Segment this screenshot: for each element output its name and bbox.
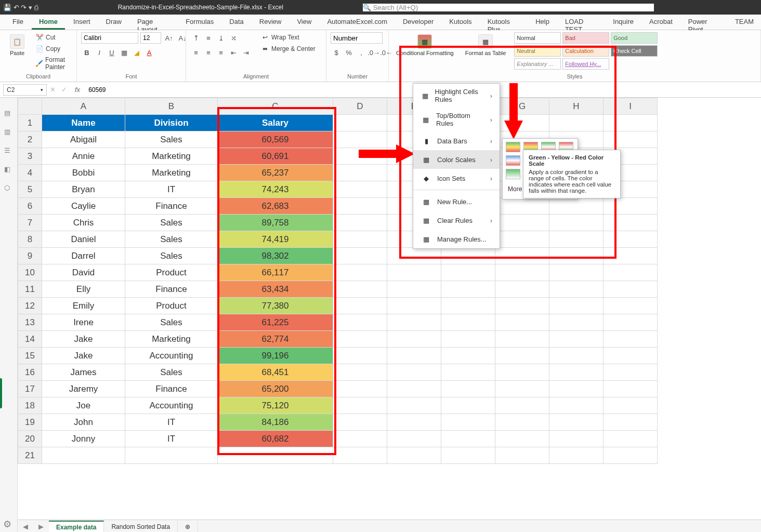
col-header-I[interactable]: I <box>603 98 658 115</box>
col-header-A[interactable]: A <box>42 98 125 115</box>
cell-B12[interactable]: Product <box>125 298 218 314</box>
cell-C19[interactable]: 84,186 <box>218 414 333 431</box>
cell-B20[interactable]: IT <box>125 431 218 447</box>
cell-C17[interactable]: 65,200 <box>218 381 333 397</box>
style-normal[interactable]: Normal <box>514 32 561 44</box>
cell-B4[interactable]: Marketing <box>125 165 218 181</box>
cell-C14[interactable]: 62,774 <box>218 331 333 348</box>
cell-B8[interactable]: Sales <box>125 231 218 248</box>
wrap-text-button[interactable]: ↩Wrap Text <box>259 32 318 43</box>
cell-C11[interactable]: 63,434 <box>218 281 333 298</box>
cell-A6[interactable]: Caylie <box>42 198 125 215</box>
cell-C20[interactable]: 60,682 <box>218 431 333 447</box>
cell-C16[interactable]: 68,451 <box>218 364 333 381</box>
align-bottom-icon[interactable]: ⤓ <box>215 32 227 44</box>
row-header-12[interactable]: 12 <box>18 298 42 314</box>
cf-data-bars[interactable]: ▮Data Bars› <box>413 131 500 150</box>
cell-B7[interactable]: Sales <box>125 215 218 231</box>
header-salary[interactable]: Salary <box>218 115 333 131</box>
cut-button[interactable]: ✂️Cut <box>33 32 72 43</box>
qat-more-icon[interactable]: ▾ <box>29 4 32 11</box>
col-header-D[interactable]: D <box>333 98 387 115</box>
comma-icon[interactable]: , <box>356 47 367 58</box>
cell-B18[interactable]: Accounting <box>125 397 218 414</box>
cell-B5[interactable]: IT <box>125 181 218 198</box>
cell-A12[interactable]: Emily <box>42 298 125 314</box>
swatch-gyr[interactable] <box>506 142 520 152</box>
cell-B17[interactable]: Finance <box>125 381 218 397</box>
header-name[interactable]: Name <box>42 115 125 131</box>
tab-pagelayout[interactable]: Page Layout <box>130 15 177 30</box>
cell-B15[interactable]: Accounting <box>125 348 218 364</box>
redo-icon[interactable]: ↷ <box>21 4 27 11</box>
search-box[interactable]: 🔍 Search (Alt+Q) <box>363 4 654 11</box>
sheet-tab-1[interactable]: Example data <box>49 521 104 533</box>
row-header-16[interactable]: 16 <box>18 364 42 381</box>
tab-powerpivot[interactable]: Power Pivot <box>681 15 727 30</box>
sheet-tab-new[interactable]: ⊕ <box>178 521 198 533</box>
italic-icon[interactable]: I <box>94 47 105 58</box>
row-header-5[interactable]: 5 <box>18 181 42 198</box>
cancel-icon[interactable]: ✕ <box>47 84 58 96</box>
style-hyper[interactable]: Followed Hy... <box>562 58 609 70</box>
cell-A3[interactable]: Annie <box>42 148 125 165</box>
font-size-combo[interactable] <box>140 32 161 44</box>
col-header-B[interactable]: B <box>125 98 218 115</box>
touch-icon[interactable]: ⎙ <box>34 4 38 11</box>
cell-A20[interactable]: Jonny <box>42 431 125 447</box>
cf-topbottom-rules[interactable]: ▦Top/Bottom Rules› <box>413 108 500 131</box>
row-header-14[interactable]: 14 <box>18 331 42 348</box>
tab-inquire[interactable]: Inquire <box>606 15 641 30</box>
underline-icon[interactable]: U <box>106 47 117 58</box>
align-middle-icon[interactable]: ≡ <box>203 32 214 44</box>
bold-icon[interactable]: B <box>81 47 93 58</box>
row-header-21[interactable]: 21 <box>18 447 42 464</box>
sidebar-icon-5[interactable]: ⬡ <box>4 184 14 193</box>
name-box[interactable]: C2▾ <box>3 84 47 96</box>
tab-view[interactable]: View <box>290 15 319 30</box>
tab-loadtest[interactable]: LOAD TEST <box>558 15 605 30</box>
paste-button[interactable]: 📋Paste <box>4 32 30 58</box>
fill-color-icon[interactable]: ◢ <box>131 47 142 58</box>
tab-developer[interactable]: Developer <box>396 15 441 30</box>
cell-C15[interactable]: 99,196 <box>218 348 333 364</box>
cf-clear-rules[interactable]: ▦Clear Rules› <box>413 211 500 230</box>
cell-A8[interactable]: Daniel <box>42 231 125 248</box>
copy-button[interactable]: 📄Copy <box>33 44 72 54</box>
cell-C10[interactable]: 66,117 <box>218 264 333 281</box>
tab-insert[interactable]: Insert <box>66 15 98 30</box>
cell-A2[interactable]: Abigail <box>42 131 125 148</box>
merge-center-button[interactable]: ⬌Merge & Center <box>259 44 318 54</box>
style-expl[interactable]: Explanatory ... <box>514 58 561 70</box>
swatch-bwr[interactable] <box>506 155 520 166</box>
painter-button[interactable]: 🖌️Format Painter <box>33 55 72 72</box>
cell-C6[interactable]: 62,683 <box>218 198 333 215</box>
tab-help[interactable]: Help <box>528 15 557 30</box>
format-as-table-button[interactable]: ▦Format as Table <box>462 32 509 58</box>
row-header-1[interactable]: 1 <box>18 115 42 131</box>
cell-C8[interactable]: 74,419 <box>218 231 333 248</box>
row-header-3[interactable]: 3 <box>18 148 42 165</box>
cell-A15[interactable]: Jake <box>42 348 125 364</box>
cell-A11[interactable]: Elly <box>42 281 125 298</box>
sidebar-icon-2[interactable]: ▥ <box>4 128 14 137</box>
cell-C9[interactable]: 98,302 <box>218 248 333 264</box>
tab-acrobat[interactable]: Acrobat <box>642 15 680 30</box>
col-header-H[interactable]: H <box>549 98 603 115</box>
cell-B16[interactable]: Sales <box>125 364 218 381</box>
row-header-8[interactable]: 8 <box>18 231 42 248</box>
chevron-down-icon[interactable]: ▾ <box>41 87 43 92</box>
row-header-13[interactable]: 13 <box>18 314 42 331</box>
sheet-nav-prev[interactable]: ◀ <box>18 523 33 530</box>
cell-A9[interactable]: Darrel <box>42 248 125 264</box>
style-bad[interactable]: Bad <box>562 32 609 44</box>
inc-decimal-icon[interactable]: .0→ <box>368 47 379 58</box>
cell-B6[interactable]: Finance <box>125 198 218 215</box>
col-header-G[interactable]: G <box>495 98 549 115</box>
number-format-combo[interactable] <box>331 32 383 44</box>
cell-B14[interactable]: Marketing <box>125 331 218 348</box>
cell-B2[interactable]: Sales <box>125 131 218 148</box>
tab-data[interactable]: Data <box>222 15 251 30</box>
sidebar-icon-4[interactable]: ◧ <box>4 165 14 175</box>
cell-A16[interactable]: James <box>42 364 125 381</box>
